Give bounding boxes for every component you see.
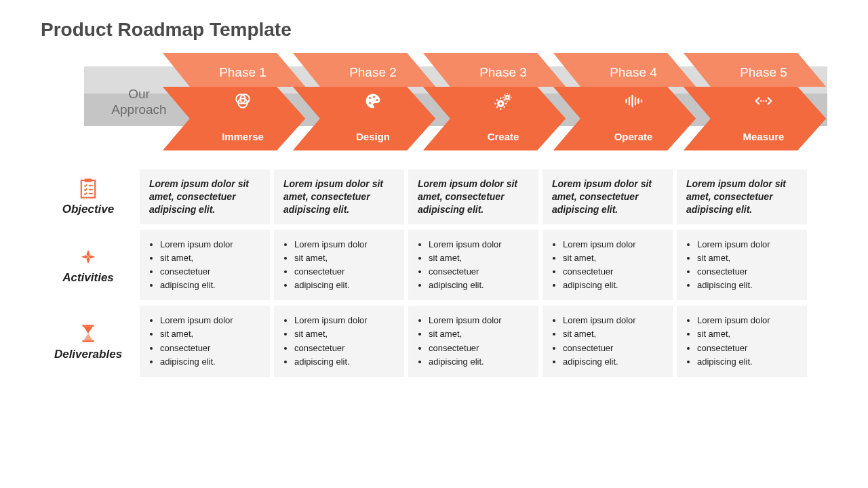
- cell: Lorem ipsum dolor sit amet, consectetuer…: [274, 169, 404, 224]
- list-item: sit amet,: [429, 327, 529, 341]
- slide-title: Product Roadmap Template: [41, 19, 827, 41]
- cell-list: Lorem ipsum dolorsit amet,consectetuerad…: [418, 314, 529, 369]
- row-label: Activities: [62, 271, 114, 285]
- list-item: sit amet,: [160, 251, 260, 265]
- list-item: adipiscing elit.: [429, 355, 529, 369]
- svg-point-29: [499, 102, 502, 105]
- svg-line-58: [85, 184, 87, 186]
- cell: Lorem ipsum dolor sit amet, consectetuer…: [408, 169, 538, 224]
- cell: Lorem ipsum dolor sit amet, consectetuer…: [677, 169, 807, 224]
- phase-name: Immerse: [195, 131, 290, 142]
- phase-chevron-1: Phase 1 Immerse: [163, 53, 305, 150]
- cell: Lorem ipsum dolorsit amet,consectetuerad…: [677, 306, 807, 377]
- svg-rect-66: [83, 325, 94, 327]
- list-item: sit amet,: [563, 327, 663, 341]
- row-activities: ActivitiesLorem ipsum dolorsit amet,cons…: [41, 230, 827, 301]
- cell: Lorem ipsum dolorsit amet,consectetuerad…: [140, 230, 270, 301]
- cell: Lorem ipsum dolor sit amet, consectetuer…: [140, 169, 270, 224]
- list-item: consectetuer: [429, 265, 529, 279]
- cell: Lorem ipsum dolorsit amet,consectetuerad…: [408, 306, 538, 377]
- cell: Lorem ipsum dolorsit amet,consectetuerad…: [677, 230, 807, 301]
- cell-list: Lorem ipsum dolorsit amet,consectetuerad…: [552, 238, 663, 293]
- list-item: Lorem ipsum dolor: [697, 238, 797, 251]
- venn-icon: [195, 91, 290, 113]
- cell-list: Lorem ipsum dolorsit amet,consectetuerad…: [686, 314, 797, 369]
- list-item: consectetuer: [697, 342, 797, 355]
- svg-point-31: [507, 96, 509, 98]
- list-item: Lorem ipsum dolor: [429, 238, 529, 251]
- row-header-objective: Objective: [41, 169, 136, 224]
- list-item: consectetuer: [160, 265, 260, 279]
- checklist-icon: [77, 177, 100, 200]
- list-item: adipiscing elit.: [160, 279, 260, 292]
- phase-name: Design: [326, 131, 420, 142]
- list-item: consectetuer: [429, 342, 529, 355]
- hourglass-icon: [77, 322, 100, 345]
- svg-point-18: [373, 96, 375, 98]
- list-item: adipiscing elit.: [429, 279, 529, 292]
- cell: Lorem ipsum dolorsit amet,consectetuerad…: [408, 230, 538, 301]
- svg-point-52: [760, 100, 762, 102]
- list-item: sit amet,: [294, 251, 395, 265]
- row-label: Deliverables: [54, 348, 122, 361]
- expand-icon: [716, 91, 811, 113]
- list-item: adipiscing elit.: [294, 279, 395, 292]
- list-item: consectetuer: [563, 265, 663, 279]
- svg-point-53: [763, 100, 764, 102]
- list-item: sit amet,: [697, 327, 797, 341]
- phase-name: Measure: [716, 131, 811, 142]
- phase-label: Phase 3: [456, 65, 551, 80]
- list-item: adipiscing elit.: [697, 355, 797, 369]
- list-item: sit amet,: [160, 327, 260, 341]
- phase-chevron-4: Phase 4 Operate: [553, 53, 696, 150]
- svg-rect-55: [81, 180, 95, 198]
- row-header-activities: Activities: [41, 230, 136, 301]
- list-item: adipiscing elit.: [294, 355, 395, 369]
- list-item: Lorem ipsum dolor: [160, 314, 260, 327]
- list-item: Lorem ipsum dolor: [294, 238, 395, 251]
- phase-name: Create: [456, 131, 551, 142]
- cell-list: Lorem ipsum dolorsit amet,consectetuerad…: [418, 238, 529, 293]
- cell-text: Lorem ipsum dolor sit amet, consectetuer…: [552, 178, 663, 216]
- list-item: consectetuer: [563, 342, 663, 355]
- svg-line-64: [85, 192, 87, 195]
- svg-point-17: [369, 97, 371, 99]
- cell-list: Lorem ipsum dolorsit amet,consectetuerad…: [149, 314, 260, 369]
- list-item: sit amet,: [294, 327, 395, 341]
- phase-chevron-3: Phase 3 Create: [423, 53, 566, 150]
- svg-point-54: [766, 100, 767, 102]
- list-item: Lorem ipsum dolor: [160, 238, 260, 251]
- cell-text: Lorem ipsum dolor sit amet, consectetuer…: [283, 178, 395, 216]
- list-item: consectetuer: [697, 265, 797, 279]
- phase-label: Phase 4: [586, 65, 681, 80]
- gears-icon: [456, 91, 551, 113]
- cell-text: Lorem ipsum dolor sit amet, consectetuer…: [686, 178, 797, 216]
- list-item: adipiscing elit.: [563, 355, 663, 369]
- phase-chevron-2: Phase 2 Design: [293, 53, 435, 150]
- phase-name: Operate: [586, 131, 681, 142]
- cell: Lorem ipsum dolorsit amet,consectetuerad…: [542, 230, 673, 301]
- phase-chevron-5: Phase 5 Measure: [684, 53, 826, 150]
- hands-icon: [77, 245, 100, 268]
- svg-point-20: [369, 102, 371, 104]
- cell-list: Lorem ipsum dolorsit amet,consectetuerad…: [283, 238, 395, 293]
- cell: Lorem ipsum dolorsit amet,consectetuerad…: [274, 306, 404, 377]
- list-item: sit amet,: [563, 251, 663, 265]
- row-objective: ObjectiveLorem ipsum dolor sit amet, con…: [41, 169, 827, 224]
- phase-label: Phase 1: [195, 65, 290, 80]
- svg-rect-67: [83, 340, 94, 342]
- cell: Lorem ipsum dolorsit amet,consectetuerad…: [542, 306, 673, 377]
- row-label: Objective: [62, 203, 115, 216]
- list-item: Lorem ipsum dolor: [294, 314, 395, 327]
- cell: Lorem ipsum dolorsit amet,consectetuerad…: [140, 306, 270, 377]
- list-item: sit amet,: [697, 251, 797, 265]
- phase-label: Phase 2: [326, 65, 420, 80]
- list-item: consectetuer: [294, 342, 395, 355]
- list-item: sit amet,: [429, 251, 529, 265]
- phase-label: Phase 5: [716, 65, 811, 80]
- list-item: consectetuer: [294, 265, 395, 279]
- list-item: adipiscing elit.: [563, 279, 663, 292]
- list-item: consectetuer: [160, 342, 260, 355]
- svg-point-19: [376, 99, 378, 101]
- soundwave-icon: [586, 91, 681, 113]
